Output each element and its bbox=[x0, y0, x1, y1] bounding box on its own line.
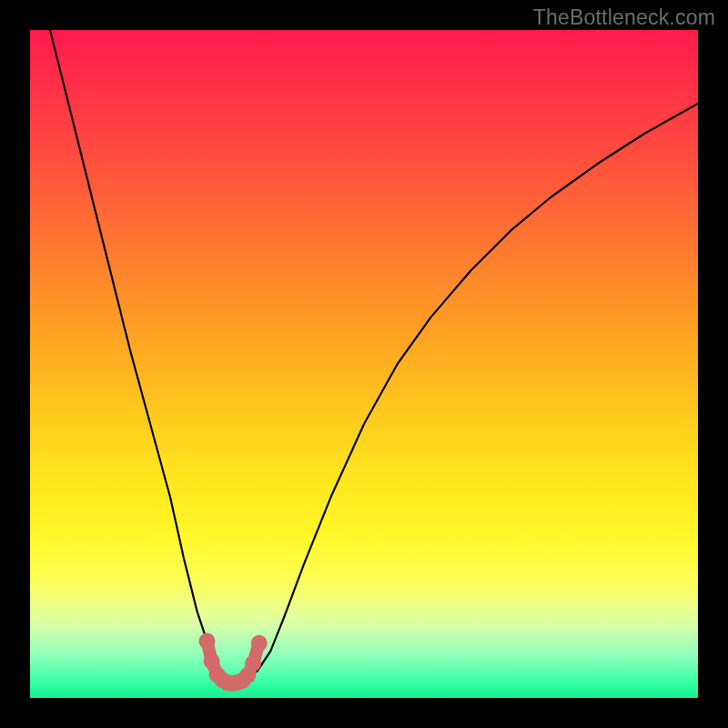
optimal-zone-dot bbox=[245, 655, 261, 672]
optimal-zone-dot bbox=[251, 635, 268, 652]
chart-frame: TheBottleneck.com bbox=[0, 0, 728, 728]
chart-svg bbox=[30, 30, 698, 698]
optimal-zone-dots bbox=[199, 633, 268, 692]
plot-area bbox=[30, 30, 698, 698]
bottleneck-curve bbox=[50, 30, 698, 678]
watermark-text: TheBottleneck.com bbox=[533, 5, 715, 30]
optimal-zone-dot bbox=[199, 633, 216, 650]
